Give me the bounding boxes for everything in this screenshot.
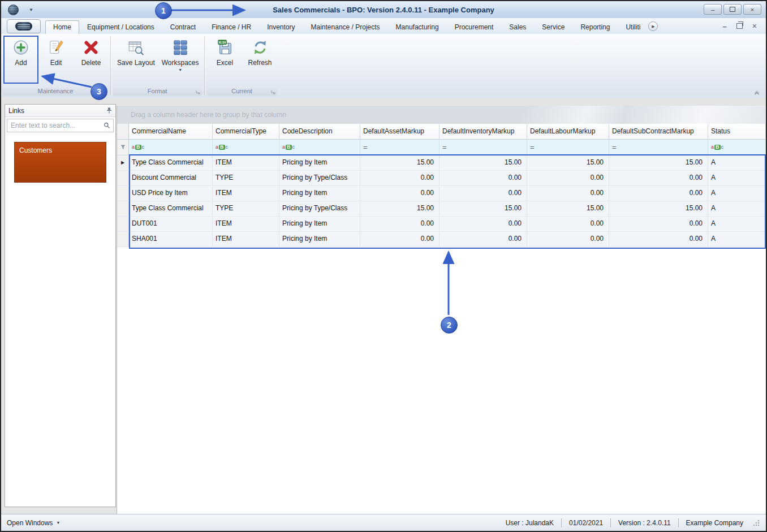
filter-cell-codedescription[interactable]: aBc (279, 140, 360, 155)
filter-cell-status[interactable]: aBc (708, 140, 766, 155)
tab-service[interactable]: Service (534, 20, 572, 34)
grid-cell[interactable]: 0.00 (609, 232, 708, 246)
table-row[interactable]: Type Class CommercialTYPEPricing by Type… (117, 201, 766, 217)
grid-cell[interactable]: A (708, 217, 766, 231)
grid-cell[interactable]: A (708, 155, 766, 170)
maximize-button[interactable] (723, 4, 742, 15)
grid-cell[interactable]: 15.00 (609, 201, 708, 216)
table-row[interactable]: DUT001ITEMPricing by Item0.000.000.000.0… (117, 217, 766, 232)
grid-cell[interactable]: 0.00 (439, 217, 527, 231)
column-header-status[interactable]: Status (708, 124, 766, 139)
grid-cell[interactable]: 0.00 (439, 232, 527, 246)
resize-grip[interactable] (752, 519, 760, 527)
grid-cell[interactable]: A (708, 232, 766, 246)
grid-cell[interactable]: 15.00 (527, 155, 609, 170)
column-header-defaultinventorymarkup[interactable]: DefaultInventoryMarkup (439, 124, 527, 139)
grid-cell[interactable]: USD Price by Item (129, 186, 213, 201)
tab-equipment-locations[interactable]: Equipment / Locations (79, 20, 162, 34)
mdi-close-button[interactable]: × (752, 21, 757, 31)
refresh-button[interactable]: Refresh (243, 35, 278, 86)
excel-button[interactable]: XLSX Excel (208, 35, 243, 86)
table-row[interactable]: Discount CommercialTYPEPricing by Type/C… (117, 171, 766, 186)
column-header-commercialname[interactable]: CommercialName (129, 124, 213, 139)
link-customers[interactable]: Customers (14, 142, 106, 183)
grid-cell[interactable]: 0.00 (360, 232, 439, 246)
application-menu-button[interactable] (7, 19, 41, 33)
workspaces-button[interactable]: Workspaces ▼ (158, 35, 202, 86)
grid-cell[interactable]: 15.00 (439, 155, 527, 170)
tab-maintenance-projects[interactable]: Maintenance / Projects (303, 20, 388, 34)
grid-cell[interactable]: 15.00 (439, 201, 527, 216)
column-header-commercialtype[interactable]: CommercialType (213, 124, 279, 139)
tab-sales[interactable]: Sales (501, 20, 534, 34)
mdi-minimize-button[interactable]: – (723, 22, 727, 31)
grid-cell[interactable]: 0.00 (527, 186, 609, 201)
grid-cell[interactable]: A (708, 171, 766, 185)
grid-cell[interactable]: Pricing by Type/Class (279, 171, 360, 185)
search-icon[interactable] (104, 122, 110, 129)
filter-cell-defaultassetmarkup[interactable]: = (360, 140, 439, 155)
tab-reporting[interactable]: Reporting (572, 20, 618, 34)
grid-cell[interactable]: 0.00 (439, 186, 527, 201)
grid-cell[interactable]: 0.00 (527, 217, 609, 231)
delete-button[interactable]: Delete (74, 35, 109, 86)
tab-home[interactable]: Home (45, 20, 79, 34)
pin-icon[interactable] (106, 107, 112, 114)
tab-utiliti[interactable]: Utiliti (618, 20, 648, 34)
grid-cell[interactable]: 15.00 (360, 201, 439, 216)
filter-cell-commercialtype[interactable]: aBc (213, 140, 279, 155)
tab-inventory[interactable]: Inventory (259, 20, 303, 34)
grid-cell[interactable]: DUT001 (129, 217, 213, 231)
minimize-button[interactable]: – (704, 4, 722, 15)
grid-cell[interactable]: 0.00 (527, 232, 609, 246)
quick-access-caret-icon[interactable]: ▼ (29, 7, 33, 12)
dialog-launcher-icon[interactable] (102, 90, 106, 94)
grid-cell[interactable]: ITEM (213, 155, 279, 170)
tab-manufacturing[interactable]: Manufacturing (388, 20, 447, 34)
edit-button[interactable]: Edit (38, 35, 74, 86)
grid-cell[interactable]: Discount Commercial (129, 171, 213, 185)
grid-cell[interactable]: SHA001 (129, 232, 213, 246)
tab-scroll-right-button[interactable]: ▶ (648, 21, 658, 31)
tab-contract[interactable]: Contract (162, 20, 204, 34)
dialog-launcher-icon[interactable] (271, 90, 275, 94)
add-button[interactable]: Add (3, 35, 38, 86)
close-button[interactable]: × (743, 4, 761, 15)
open-windows-button[interactable]: Open Windows ▼ (7, 519, 60, 527)
filter-cell-defaultlabourmarkup[interactable]: = (527, 140, 609, 155)
dialog-launcher-icon[interactable] (196, 90, 200, 94)
grid-cell[interactable]: ITEM (213, 186, 279, 201)
grid-cell[interactable]: TYPE (213, 171, 279, 185)
column-header-defaultsubcontractmarkup[interactable]: DefaultSubContractMarkup (609, 124, 708, 139)
grid-cell[interactable]: 0.00 (609, 171, 708, 185)
grid-cell[interactable]: 0.00 (609, 186, 708, 201)
grid-cell[interactable]: 0.00 (439, 171, 527, 185)
grid-cell[interactable]: Type Class Commercial (129, 155, 213, 170)
grid-cell[interactable]: Type Class Commercial (129, 201, 213, 216)
collapse-ribbon-button[interactable] (753, 90, 760, 96)
grid-cell[interactable]: ITEM (213, 232, 279, 246)
mdi-restore-button[interactable] (736, 23, 743, 29)
search-input[interactable] (7, 122, 104, 129)
group-by-panel[interactable]: Drag a column header here to group by th… (117, 106, 766, 124)
grid-cell[interactable]: 0.00 (609, 217, 708, 231)
grid-cell[interactable]: Pricing by Item (279, 155, 360, 170)
grid-cell[interactable]: Pricing by Type/Class (279, 201, 360, 216)
table-row[interactable]: USD Price by ItemITEMPricing by Item0.00… (117, 186, 766, 201)
grid-cell[interactable]: TYPE (213, 201, 279, 216)
filter-cell-defaultsubcontractmarkup[interactable]: = (609, 140, 708, 155)
tab-procurement[interactable]: Procurement (447, 20, 502, 34)
grid-cell[interactable]: Pricing by Item (279, 217, 360, 231)
grid-cell[interactable]: 0.00 (360, 186, 439, 201)
table-row[interactable]: SHA001ITEMPricing by Item0.000.000.000.0… (117, 232, 766, 247)
grid-cell[interactable]: Pricing by Item (279, 186, 360, 201)
filter-cell-commercialname[interactable]: aBc (129, 140, 213, 155)
grid-cell[interactable]: 0.00 (360, 171, 439, 185)
grid-cell[interactable]: 15.00 (527, 201, 609, 216)
column-header-defaultassetmarkup[interactable]: DefaultAssetMarkup (360, 124, 439, 139)
tab-finance-hr[interactable]: Finance / HR (204, 20, 259, 34)
grid-cell[interactable]: A (708, 201, 766, 216)
grid-cell[interactable]: ITEM (213, 217, 279, 231)
grid-cell[interactable]: 0.00 (360, 217, 439, 231)
grid-cell[interactable]: 15.00 (360, 155, 439, 170)
